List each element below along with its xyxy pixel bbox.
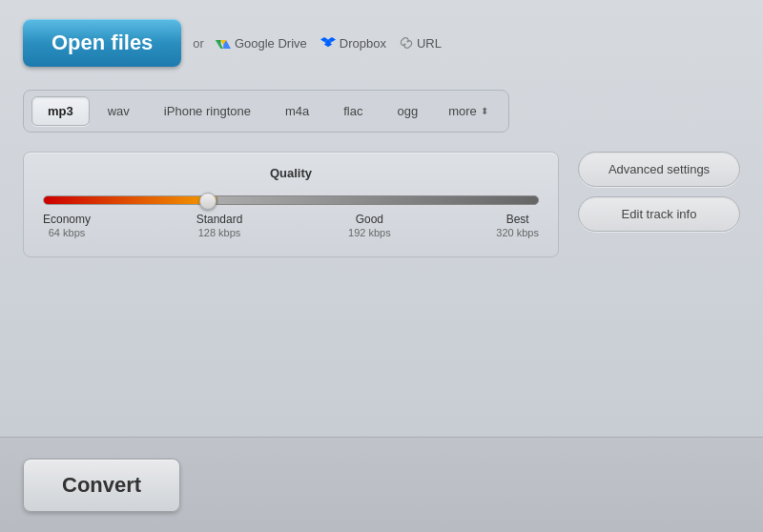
best-kbps: 320 kbps [496, 227, 539, 238]
tab-flac[interactable]: flac [327, 96, 379, 126]
good-kbps: 192 kbps [348, 227, 391, 238]
edit-track-info-button[interactable]: Edit track info [578, 196, 740, 232]
convert-button[interactable]: Convert [23, 459, 180, 512]
standard-name: Standard [196, 213, 243, 226]
tab-ogg[interactable]: ogg [381, 96, 434, 126]
economy-name: Economy [43, 213, 91, 226]
bottom-bar: Convert [0, 437, 763, 532]
advanced-settings-button[interactable]: Advanced settings [578, 152, 740, 187]
dropbox-icon [320, 36, 336, 50]
standard-label: Standard 128 kbps [196, 213, 243, 239]
chevron-down-icon: ⬍ [481, 106, 488, 116]
tab-wav[interactable]: wav [92, 96, 146, 126]
standard-kbps: 128 kbps [198, 227, 241, 238]
right-panel: Advanced settings Edit track info [578, 152, 740, 257]
slider-container [43, 195, 539, 205]
slider-track [43, 195, 539, 205]
good-name: Good [348, 213, 391, 226]
dropbox-label: Dropbox [340, 36, 386, 51]
format-tabs: mp3 wav iPhone ringtone m4a flac ogg mor… [23, 90, 509, 133]
google-drive-label: Google Drive [235, 36, 307, 51]
tab-more[interactable]: more ⬍ [436, 96, 501, 126]
top-bar: Open files or Google Drive [23, 19, 740, 67]
or-text: or [193, 36, 204, 51]
google-drive-link[interactable]: Google Drive [216, 36, 307, 51]
quality-title: Quality [43, 166, 539, 180]
main-area: Open files or Google Drive [0, 0, 763, 437]
tab-mp3[interactable]: mp3 [31, 96, 90, 126]
tab-iphone-ringtone[interactable]: iPhone ringtone [148, 96, 267, 126]
url-label: URL [417, 36, 442, 51]
slider-labels: Economy 64 kbps Standard 128 kbps Good 1… [43, 213, 539, 239]
best-label: Best 320 kbps [496, 213, 539, 239]
open-files-button[interactable]: Open files [23, 19, 181, 67]
tab-more-label: more [448, 104, 477, 118]
best-name: Best [496, 213, 539, 226]
good-label: Good 192 kbps [348, 213, 391, 239]
quality-panel: Quality Economy 64 kbps Standard 128 kbp… [23, 152, 559, 257]
cloud-links: Google Drive Dropbox URL [216, 36, 442, 51]
dropbox-link[interactable]: Dropbox [320, 36, 386, 51]
content-area: Quality Economy 64 kbps Standard 128 kbp… [23, 152, 740, 257]
google-drive-icon [216, 36, 231, 50]
tab-m4a[interactable]: m4a [269, 96, 325, 126]
url-icon [400, 36, 413, 50]
economy-label: Economy 64 kbps [43, 213, 91, 239]
url-link[interactable]: URL [400, 36, 442, 51]
economy-kbps: 64 kbps [49, 227, 86, 238]
